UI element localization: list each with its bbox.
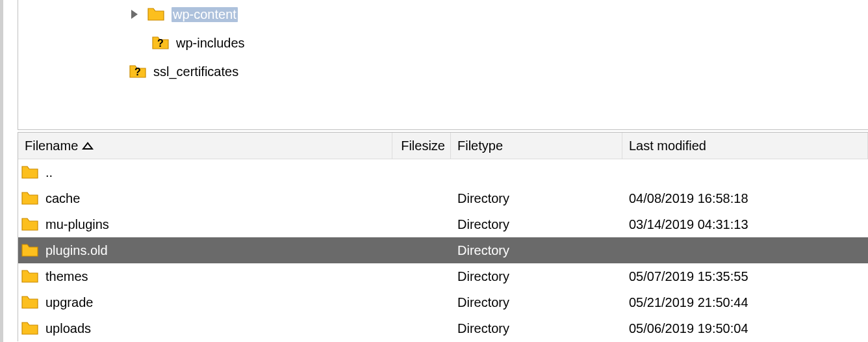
file-row[interactable]: plugins.oldDirectory — [18, 237, 868, 263]
column-header-filename-label: Filename — [25, 138, 78, 153]
folder-icon — [21, 295, 39, 310]
folder-icon — [21, 164, 39, 180]
file-row[interactable]: upgradeDirectory05/21/2019 21:50:44 — [18, 289, 868, 315]
directory-tree[interactable]: wp-contentwp-includesssl_certificates — [18, 0, 868, 130]
file-row-type: Directory — [451, 295, 622, 310]
file-row-name-cell: mu-plugins — [18, 217, 392, 232]
file-row[interactable]: themesDirectory05/07/2019 15:35:55 — [18, 263, 868, 289]
file-list-panel: Filename Filesize Filetype Last modified… — [18, 132, 868, 341]
folder-icon — [21, 243, 39, 258]
file-row-type: Directory — [451, 269, 622, 284]
tree-item[interactable]: wp-includes — [18, 29, 868, 57]
expand-icon[interactable] — [129, 8, 140, 20]
column-header-filetype[interactable]: Filetype — [451, 133, 622, 159]
file-list-body: ..cacheDirectory04/08/2019 16:58:18mu-pl… — [18, 159, 868, 341]
file-row-name: .. — [45, 165, 53, 180]
folder-icon — [147, 7, 165, 22]
column-header-modified[interactable]: Last modified — [622, 133, 868, 159]
file-row-type: Directory — [451, 191, 622, 206]
file-row-name: upgrade — [45, 295, 93, 310]
folder-unknown-icon — [151, 35, 170, 51]
file-row-modified: 05/07/2019 15:35:55 — [622, 269, 868, 284]
file-row-modified: 03/14/2019 04:31:13 — [622, 217, 868, 232]
folder-icon — [21, 321, 39, 336]
file-row-modified: 05/21/2019 21:50:44 — [622, 295, 868, 310]
file-row-name: mu-plugins — [45, 217, 109, 232]
column-header-filename[interactable]: Filename — [18, 133, 392, 159]
column-header-filetype-label: Filetype — [457, 138, 503, 153]
file-row-name: plugins.old — [45, 243, 108, 258]
tree-item[interactable]: ssl_certificates — [18, 57, 868, 86]
file-row-name-cell: themes — [18, 269, 392, 284]
folder-icon — [21, 217, 39, 232]
file-row-name-cell: .. — [18, 164, 392, 180]
folder-icon — [21, 269, 39, 284]
file-row-type: Directory — [451, 217, 622, 232]
file-row-name-cell: upgrade — [18, 295, 392, 310]
folder-icon — [21, 191, 39, 206]
folder-unknown-icon — [129, 64, 147, 79]
tree-item-label: wp-includes — [176, 36, 245, 51]
tree-item[interactable]: wp-content — [18, 0, 868, 29]
file-row-type: Directory — [451, 243, 622, 258]
file-row-name-cell: uploads — [18, 321, 392, 336]
sort-ascending-icon — [82, 141, 94, 150]
column-header-filesize-label: Filesize — [401, 138, 445, 153]
file-row-modified: 04/08/2019 16:58:18 — [622, 191, 868, 206]
file-row-name: cache — [45, 191, 80, 206]
file-row-modified: 05/06/2019 19:50:04 — [622, 321, 868, 336]
file-row-type: Directory — [451, 321, 622, 336]
file-row[interactable]: uploadsDirectory05/06/2019 19:50:04 — [18, 315, 868, 341]
file-row-name-cell: plugins.old — [18, 243, 392, 258]
file-row-name: uploads — [45, 321, 91, 336]
file-row-name-cell: cache — [18, 191, 392, 206]
file-row-name: themes — [45, 269, 88, 284]
tree-item-label: ssl_certificates — [153, 64, 238, 79]
file-row[interactable]: cacheDirectory04/08/2019 16:58:18 — [18, 185, 868, 211]
file-row[interactable]: .. — [18, 159, 868, 185]
column-header-modified-label: Last modified — [629, 138, 706, 153]
tree-item-label: wp-content — [172, 7, 238, 22]
file-list-header: Filename Filesize Filetype Last modified — [18, 133, 868, 159]
file-row[interactable]: mu-pluginsDirectory03/14/2019 04:31:13 — [18, 211, 868, 237]
column-header-filesize[interactable]: Filesize — [392, 133, 451, 159]
